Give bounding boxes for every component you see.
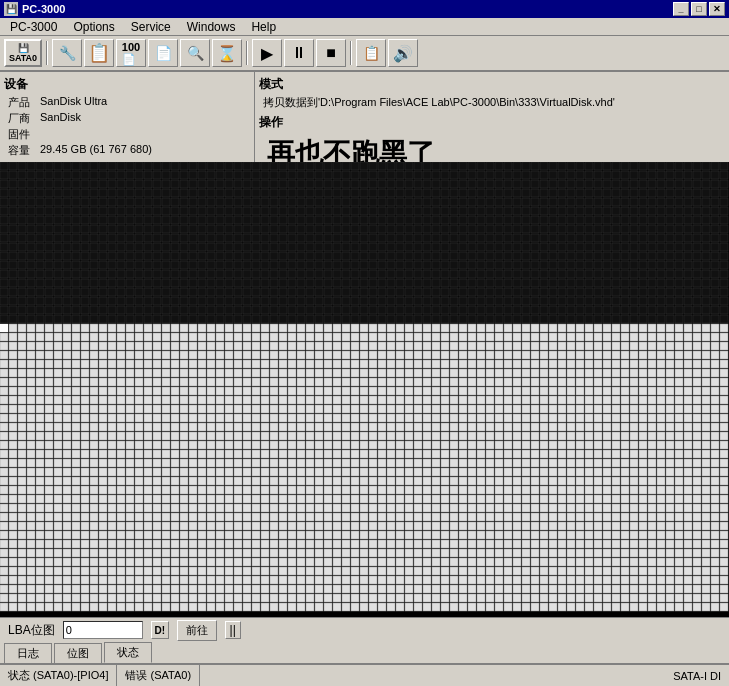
content-wrapper: 设备 产品 SanDisk Ultra 厂商 SanDisk 固件 容量 29.…: [0, 72, 729, 686]
lba-bar: LBA位图 D! 前往 ||: [0, 617, 729, 642]
menu-service[interactable]: Service: [123, 18, 179, 36]
mode-value: 拷贝数据到'D:\Program Files\ACE Lab\PC-3000\B…: [259, 95, 725, 110]
toolbar-search-btn[interactable]: 🔍: [180, 39, 210, 67]
vendor-row: 厂商 SanDisk: [4, 111, 250, 126]
status-left-text: 状态 (SATA0)-[PIO4]: [8, 668, 108, 683]
menu-bar: PC-3000 Options Service Windows Help: [0, 18, 729, 36]
tab-bar: 日志 位图 状态: [0, 642, 729, 664]
capacity-row: 容量 29.45 GB (61 767 680): [4, 143, 250, 158]
firmware-row: 固件: [4, 127, 250, 142]
menu-options[interactable]: Options: [65, 18, 122, 36]
lba-goto-button[interactable]: 前往: [177, 620, 217, 641]
status-right-text: SATA-I DI: [673, 670, 721, 682]
mode-panel: 模式 拷贝数据到'D:\Program Files\ACE Lab\PC-300…: [255, 72, 729, 162]
vendor-value: SanDisk: [40, 111, 250, 126]
menu-windows[interactable]: Windows: [179, 18, 244, 36]
firmware-label: 固件: [8, 127, 40, 142]
tab-bitmap[interactable]: 位图: [54, 643, 102, 663]
product-value: SanDisk Ultra: [40, 95, 250, 110]
toolbar-export-btn[interactable]: 📄: [148, 39, 178, 67]
status-left: 状态 (SATA0)-[PIO4]: [0, 665, 117, 686]
device-panel: 设备 产品 SanDisk Ultra 厂商 SanDisk 固件 容量 29.…: [0, 72, 255, 162]
close-button[interactable]: ✕: [709, 2, 725, 16]
sata-button[interactable]: 💾 SATA0: [4, 39, 42, 67]
status-middle: 错误 (SATA0): [117, 665, 200, 686]
toolbar-clock-btn[interactable]: ⌛: [212, 39, 242, 67]
title-bar: 💾 PC-3000 _ □ ✕: [0, 0, 729, 18]
toolbar-stop-btn[interactable]: ■: [316, 39, 346, 67]
toolbar-divider-3: [350, 41, 352, 65]
toolbar-doc-btn[interactable]: 📋: [84, 39, 114, 67]
toolbar-wrench-btn[interactable]: 🔧: [52, 39, 82, 67]
status-bar: 状态 (SATA0)-[PIO4] 错误 (SATA0) SATA-I DI: [0, 664, 729, 686]
toolbar-copy-btn[interactable]: 📋: [356, 39, 386, 67]
toolbar-table-btn[interactable]: 100📄: [116, 39, 146, 67]
panels-row: 设备 产品 SanDisk Ultra 厂商 SanDisk 固件 容量 29.…: [0, 72, 729, 162]
toolbar-pause-btn[interactable]: ⏸: [284, 39, 314, 67]
app-icon: 💾: [4, 2, 18, 16]
lba-pause-button[interactable]: ||: [225, 621, 241, 639]
device-section-title: 设备: [4, 76, 250, 93]
toolbar-divider-2: [246, 41, 248, 65]
product-row: 产品 SanDisk Ultra: [4, 95, 250, 110]
toolbar: 💾 SATA0 🔧 📋 100📄 📄 🔍 ⌛ ▶ ⏸ ■ 📋 🔊: [0, 36, 729, 72]
capacity-value: 29.45 GB (61 767 680): [40, 143, 250, 158]
lba-label: LBA位图: [8, 622, 55, 639]
product-label: 产品: [8, 95, 40, 110]
maximize-button[interactable]: □: [691, 2, 707, 16]
firmware-value: [40, 127, 250, 142]
status-right: SATA-I DI: [200, 665, 729, 686]
lba-d-button[interactable]: D!: [151, 621, 169, 639]
tab-status[interactable]: 状态: [104, 642, 152, 663]
capacity-label: 容量: [8, 143, 40, 158]
lba-input[interactable]: [63, 621, 143, 639]
toolbar-play-btn[interactable]: ▶: [252, 39, 282, 67]
menu-help[interactable]: Help: [243, 18, 284, 36]
sector-canvas: [0, 162, 729, 617]
toolbar-divider-1: [46, 41, 48, 65]
menu-pc3000[interactable]: PC-3000: [2, 18, 65, 36]
minimize-button[interactable]: _: [673, 2, 689, 16]
mode-label: 模式: [259, 76, 725, 93]
tab-log[interactable]: 日志: [4, 643, 52, 663]
sector-map: [0, 162, 729, 617]
sata-label: SATA0: [9, 53, 37, 63]
vendor-label: 厂商: [8, 111, 40, 126]
status-middle-text: 错误 (SATA0): [125, 668, 191, 683]
operation-label: 操作: [259, 114, 725, 131]
window-controls: _ □ ✕: [673, 2, 725, 16]
toolbar-sound-btn[interactable]: 🔊: [388, 39, 418, 67]
window-title: PC-3000: [22, 3, 673, 15]
